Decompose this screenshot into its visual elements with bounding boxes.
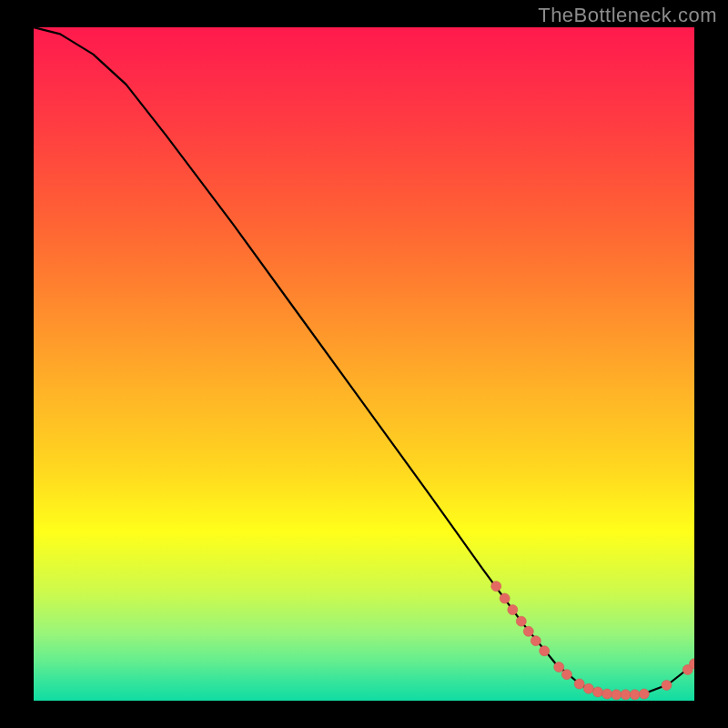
data-marker xyxy=(531,636,541,646)
bottleneck-curve xyxy=(34,27,694,694)
data-marker xyxy=(500,593,510,603)
data-marker xyxy=(561,670,571,680)
chart-stage: TheBottleneck.com xyxy=(0,0,728,728)
data-marker xyxy=(574,679,584,689)
data-marker xyxy=(612,690,622,700)
data-marker xyxy=(583,683,593,693)
data-markers xyxy=(491,581,694,700)
plot-area xyxy=(34,27,694,701)
data-marker xyxy=(593,687,603,697)
data-marker xyxy=(621,690,631,700)
data-marker xyxy=(491,581,501,592)
data-marker xyxy=(639,689,649,699)
attribution-text: TheBottleneck.com xyxy=(538,4,717,27)
data-marker xyxy=(523,626,533,636)
chart-overlay xyxy=(34,27,694,701)
data-marker xyxy=(516,616,526,626)
data-marker xyxy=(662,680,672,690)
data-marker xyxy=(630,690,640,700)
data-marker xyxy=(602,689,612,699)
data-marker xyxy=(554,662,564,672)
data-marker xyxy=(508,605,518,615)
data-marker xyxy=(540,646,550,656)
